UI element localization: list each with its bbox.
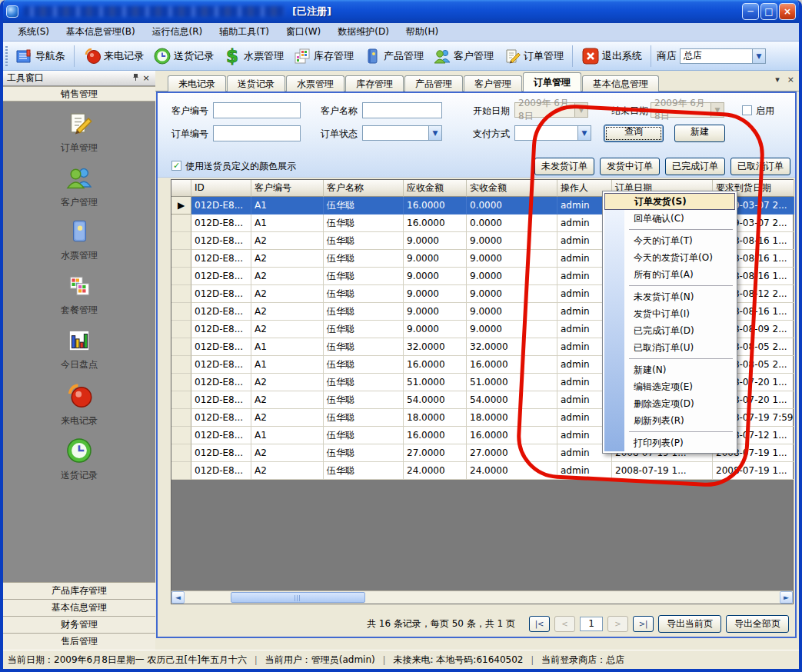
toolbar-button-water-ticket[interactable]: $ 水票管理 — [218, 45, 288, 67]
toolbar-button-products[interactable]: 产品管理 — [358, 45, 428, 67]
context-menu-item[interactable]: 打印列表(P) — [604, 434, 735, 451]
menubar-item[interactable]: 基本信息管理(B) — [58, 23, 144, 41]
toolbar-button-delivery-log[interactable]: 送货记录 — [148, 45, 218, 67]
context-menu-item[interactable]: 刷新列表(R) — [604, 412, 735, 429]
export-current-page-button[interactable]: 导出当前页 — [658, 615, 721, 633]
tab-item[interactable]: 来电记录 — [168, 75, 226, 91]
new-button[interactable]: 新建 — [674, 125, 725, 142]
order-status-filter-button[interactable]: 发货中订单 — [600, 158, 660, 175]
sidebar-item-combo[interactable]: 套餐管理 — [33, 273, 125, 321]
close-button[interactable]: × — [779, 3, 796, 20]
toolbar-button-navigator[interactable]: 导航条 — [10, 45, 70, 67]
row-selector[interactable] — [171, 250, 191, 268]
context-menu-item[interactable]: 已完成订单(D) — [604, 322, 735, 339]
row-selector[interactable]: ▶ — [171, 197, 191, 215]
tab-item[interactable]: 水票管理 — [286, 75, 344, 91]
context-menu-item[interactable]: 订单发货(S) — [604, 193, 735, 210]
sidebar-group-button[interactable]: 基本信息管理 — [3, 599, 155, 616]
column-header[interactable]: 实收金额 — [467, 180, 557, 197]
row-selector[interactable] — [171, 215, 191, 232]
menubar-item[interactable]: 系统(S) — [9, 23, 58, 41]
order-status-select[interactable]: ▼ — [362, 125, 442, 141]
toolbar-button-customers[interactable]: 客户管理 — [428, 45, 498, 67]
context-menu-item[interactable]: 回单确认(C) — [604, 210, 735, 227]
column-header[interactable]: 客户编号 — [251, 180, 324, 197]
row-selector[interactable] — [171, 338, 191, 356]
column-header[interactable]: 客户名称 — [324, 180, 404, 197]
tab-item[interactable]: 送货记录 — [227, 75, 285, 91]
column-header[interactable]: 应收金额 — [404, 180, 467, 197]
order-no-input[interactable] — [213, 125, 301, 141]
menubar-item[interactable]: 数据维护(D) — [329, 23, 398, 41]
tab-list-dropdown-icon[interactable]: ▾ — [775, 75, 780, 85]
prev-page-button[interactable]: < — [554, 616, 575, 632]
tab-close-icon[interactable]: × — [787, 75, 794, 85]
context-menu-item[interactable]: 未发货订单(N) — [604, 288, 735, 305]
row-selector[interactable] — [171, 268, 191, 285]
context-menu-item[interactable]: 今天的发货订单(O) — [604, 249, 735, 266]
sidebar-group-button[interactable]: 售后管理 — [3, 633, 155, 650]
sidebar-item-orders[interactable]: 订单管理 — [33, 109, 125, 157]
row-selector[interactable] — [171, 462, 191, 480]
row-selector[interactable] — [171, 232, 191, 250]
end-date-picker[interactable]: 2009年 6月 8日 ▼ — [651, 102, 724, 118]
table-row[interactable]: 012D-E8...A2伍华聪24.000024.0000admin2008-0… — [171, 462, 793, 480]
menubar-item[interactable]: 运行信息(R) — [144, 23, 211, 41]
order-status-filter-button[interactable]: 已取消订单 — [730, 158, 790, 175]
sidebar-group-button[interactable]: 产品库存管理 — [3, 582, 155, 599]
row-selector[interactable] — [171, 285, 191, 303]
menubar-item[interactable]: 辅助工具(T) — [211, 23, 278, 41]
context-menu-item[interactable]: 已取消订单(U) — [604, 339, 735, 356]
context-menu-item[interactable]: 新建(N) — [604, 361, 735, 378]
order-status-filter-button[interactable]: 未发货订单 — [534, 158, 594, 175]
sidebar-item-delivery-log[interactable]: 送货记录 — [33, 437, 125, 484]
start-date-picker[interactable]: 2009年 6月 8日 ▼ — [514, 102, 588, 118]
toolbar-button-call-log[interactable]: 来电记录 — [78, 45, 148, 67]
context-menu-item[interactable]: 发货中订单(I) — [604, 305, 735, 322]
horizontal-scrollbar[interactable]: ◄ ► — [171, 590, 793, 604]
toolbar-button-exit[interactable]: 退出系统 — [577, 45, 647, 67]
export-all-pages-button[interactable]: 导出全部页 — [726, 615, 789, 633]
sidebar-item-customers[interactable]: 客户管理 — [33, 164, 125, 211]
next-page-button[interactable]: > — [607, 616, 628, 632]
order-status-filter-button[interactable]: 已完成订单 — [665, 158, 725, 175]
first-page-button[interactable]: |< — [529, 616, 550, 632]
toolbar-button-orders[interactable]: 订单管理 — [498, 45, 568, 67]
context-menu-item[interactable]: 所有的订单(A) — [604, 266, 735, 283]
scroll-left-icon[interactable]: ◄ — [171, 591, 185, 604]
sidebar-item-call-log[interactable]: 来电记录 — [33, 382, 125, 430]
row-selector[interactable] — [171, 391, 191, 409]
pin-icon[interactable] — [130, 73, 141, 84]
sidebar-group-button[interactable]: 财务管理 — [3, 616, 155, 633]
sidebar-section-sales[interactable]: 销售管理 — [3, 86, 155, 101]
row-selector[interactable] — [171, 427, 191, 444]
enable-checkbox[interactable] — [742, 105, 752, 115]
tab-item[interactable]: 基本信息管理 — [582, 75, 659, 91]
customer-name-input[interactable] — [362, 102, 442, 118]
query-button[interactable]: 查询 — [604, 125, 664, 142]
close-icon[interactable]: × — [141, 73, 151, 83]
tab-item[interactable]: 客户管理 — [464, 75, 522, 91]
column-header[interactable]: ID — [191, 180, 251, 197]
scroll-right-icon[interactable]: ► — [780, 591, 793, 604]
row-selector[interactable] — [171, 321, 191, 338]
last-page-button[interactable]: >| — [633, 616, 654, 632]
row-selector[interactable] — [171, 409, 191, 427]
tab-item[interactable]: 订单管理 — [523, 72, 581, 91]
maximize-button[interactable]: □ — [760, 3, 777, 20]
context-menu-item[interactable]: 编辑选定项(E) — [604, 378, 735, 395]
toolbar-button-inventory[interactable]: 库存管理 — [288, 45, 358, 67]
context-menu-item[interactable]: 今天的订单(T) — [604, 232, 735, 249]
sidebar-item-water-ticket[interactable]: 水票管理 — [33, 218, 125, 266]
pay-method-select[interactable]: ▼ — [514, 125, 591, 141]
scrollbar-thumb[interactable] — [231, 592, 365, 603]
row-selector[interactable] — [171, 356, 191, 374]
tab-item[interactable]: 库存管理 — [345, 75, 404, 91]
toolbar-grip[interactable] — [5, 46, 8, 66]
context-menu-item[interactable]: 删除选定项(D) — [604, 395, 735, 412]
row-selector[interactable] — [171, 303, 191, 321]
sidebar-item-daily-check[interactable]: 今日盘点 — [33, 328, 125, 375]
delivery-color-checkbox[interactable]: ✓ — [171, 161, 181, 171]
menubar-item[interactable]: 窗口(W) — [278, 23, 329, 41]
tab-item[interactable]: 产品管理 — [404, 75, 463, 91]
